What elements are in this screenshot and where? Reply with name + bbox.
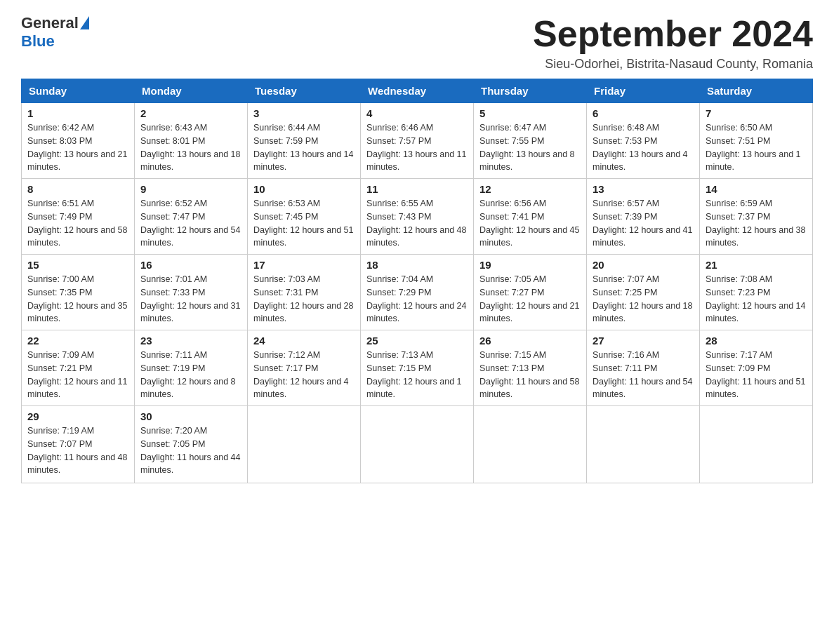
table-row: 6 Sunrise: 6:48 AMSunset: 7:53 PMDayligh… bbox=[587, 103, 700, 179]
calendar-week-row: 22 Sunrise: 7:09 AMSunset: 7:21 PMDaylig… bbox=[22, 330, 813, 406]
day-info: Sunrise: 7:01 AMSunset: 7:33 PMDaylight:… bbox=[140, 274, 240, 323]
day-number: 28 bbox=[706, 335, 807, 347]
day-info: Sunrise: 7:08 AMSunset: 7:23 PMDaylight:… bbox=[706, 274, 805, 323]
day-number: 20 bbox=[593, 259, 694, 271]
table-row: 18 Sunrise: 7:04 AMSunset: 7:29 PMDaylig… bbox=[361, 255, 474, 330]
day-info: Sunrise: 7:20 AMSunset: 7:05 PMDaylight:… bbox=[140, 426, 240, 475]
day-info: Sunrise: 7:03 AMSunset: 7:31 PMDaylight:… bbox=[253, 274, 353, 323]
table-row: 14 Sunrise: 6:59 AMSunset: 7:37 PMDaylig… bbox=[700, 179, 813, 255]
table-row bbox=[361, 406, 474, 483]
table-row: 23 Sunrise: 7:11 AMSunset: 7:19 PMDaylig… bbox=[135, 330, 248, 406]
header-monday: Monday bbox=[135, 79, 248, 103]
day-number: 26 bbox=[479, 335, 581, 347]
day-info: Sunrise: 6:44 AMSunset: 7:59 PMDaylight:… bbox=[253, 123, 353, 172]
day-info: Sunrise: 7:07 AMSunset: 7:25 PMDaylight:… bbox=[593, 274, 692, 323]
logo: General Blue bbox=[21, 14, 89, 51]
calendar-table: Sunday Monday Tuesday Wednesday Thursday… bbox=[21, 79, 813, 483]
day-number: 14 bbox=[706, 183, 807, 195]
day-number: 4 bbox=[366, 107, 468, 119]
day-info: Sunrise: 7:15 AMSunset: 7:13 PMDaylight:… bbox=[479, 350, 579, 399]
day-info: Sunrise: 7:16 AMSunset: 7:11 PMDaylight:… bbox=[593, 350, 692, 399]
table-row: 30 Sunrise: 7:20 AMSunset: 7:05 PMDaylig… bbox=[135, 406, 248, 483]
day-number: 22 bbox=[27, 335, 128, 347]
table-row: 17 Sunrise: 7:03 AMSunset: 7:31 PMDaylig… bbox=[248, 255, 361, 330]
day-number: 25 bbox=[366, 335, 468, 347]
day-number: 6 bbox=[593, 107, 694, 119]
day-info: Sunrise: 6:50 AMSunset: 7:51 PMDaylight:… bbox=[706, 123, 801, 172]
table-row: 26 Sunrise: 7:15 AMSunset: 7:13 PMDaylig… bbox=[474, 330, 587, 406]
day-number: 13 bbox=[593, 183, 694, 195]
table-row: 9 Sunrise: 6:52 AMSunset: 7:47 PMDayligh… bbox=[135, 179, 248, 255]
day-info: Sunrise: 6:51 AMSunset: 7:49 PMDaylight:… bbox=[27, 199, 127, 248]
header-tuesday: Tuesday bbox=[248, 79, 361, 103]
header-thursday: Thursday bbox=[474, 79, 587, 103]
table-row: 28 Sunrise: 7:17 AMSunset: 7:09 PMDaylig… bbox=[700, 330, 813, 406]
table-row bbox=[587, 406, 700, 483]
header-wednesday: Wednesday bbox=[361, 79, 474, 103]
table-row: 7 Sunrise: 6:50 AMSunset: 7:51 PMDayligh… bbox=[700, 103, 813, 179]
day-number: 19 bbox=[479, 259, 581, 271]
logo-arrow-icon bbox=[80, 16, 89, 29]
day-info: Sunrise: 6:42 AMSunset: 8:03 PMDaylight:… bbox=[27, 123, 127, 172]
day-info: Sunrise: 7:11 AMSunset: 7:19 PMDaylight:… bbox=[140, 350, 236, 399]
day-number: 5 bbox=[479, 107, 581, 119]
logo-blue-text: Blue bbox=[21, 32, 55, 51]
day-number: 10 bbox=[253, 183, 355, 195]
day-number: 17 bbox=[253, 259, 355, 271]
day-number: 16 bbox=[140, 259, 241, 271]
day-info: Sunrise: 6:48 AMSunset: 7:53 PMDaylight:… bbox=[593, 123, 688, 172]
day-info: Sunrise: 7:17 AMSunset: 7:09 PMDaylight:… bbox=[706, 350, 805, 399]
table-row: 15 Sunrise: 7:00 AMSunset: 7:35 PMDaylig… bbox=[22, 255, 135, 330]
calendar-week-row: 1 Sunrise: 6:42 AMSunset: 8:03 PMDayligh… bbox=[22, 103, 813, 179]
header-friday: Friday bbox=[587, 79, 700, 103]
table-row: 20 Sunrise: 7:07 AMSunset: 7:25 PMDaylig… bbox=[587, 255, 700, 330]
calendar-title: September 2024 bbox=[533, 14, 813, 54]
day-info: Sunrise: 7:19 AMSunset: 7:07 PMDaylight:… bbox=[27, 426, 127, 475]
table-row: 5 Sunrise: 6:47 AMSunset: 7:55 PMDayligh… bbox=[474, 103, 587, 179]
day-info: Sunrise: 6:59 AMSunset: 7:37 PMDaylight:… bbox=[706, 199, 805, 248]
table-row: 12 Sunrise: 6:56 AMSunset: 7:41 PMDaylig… bbox=[474, 179, 587, 255]
header-saturday: Saturday bbox=[700, 79, 813, 103]
table-row: 13 Sunrise: 6:57 AMSunset: 7:39 PMDaylig… bbox=[587, 179, 700, 255]
table-row: 11 Sunrise: 6:55 AMSunset: 7:43 PMDaylig… bbox=[361, 179, 474, 255]
calendar-header-row: Sunday Monday Tuesday Wednesday Thursday… bbox=[22, 79, 813, 103]
table-row: 21 Sunrise: 7:08 AMSunset: 7:23 PMDaylig… bbox=[700, 255, 813, 330]
calendar-week-row: 29 Sunrise: 7:19 AMSunset: 7:07 PMDaylig… bbox=[22, 406, 813, 483]
day-number: 29 bbox=[27, 410, 128, 422]
day-info: Sunrise: 6:43 AMSunset: 8:01 PMDaylight:… bbox=[140, 123, 240, 172]
table-row: 4 Sunrise: 6:46 AMSunset: 7:57 PMDayligh… bbox=[361, 103, 474, 179]
table-row: 2 Sunrise: 6:43 AMSunset: 8:01 PMDayligh… bbox=[135, 103, 248, 179]
table-row: 1 Sunrise: 6:42 AMSunset: 8:03 PMDayligh… bbox=[22, 103, 135, 179]
day-info: Sunrise: 7:13 AMSunset: 7:15 PMDaylight:… bbox=[366, 350, 462, 399]
day-number: 23 bbox=[140, 335, 241, 347]
day-number: 1 bbox=[27, 107, 128, 119]
day-info: Sunrise: 7:00 AMSunset: 7:35 PMDaylight:… bbox=[27, 274, 127, 323]
table-row: 29 Sunrise: 7:19 AMSunset: 7:07 PMDaylig… bbox=[22, 406, 135, 483]
calendar-subtitle: Sieu-Odorhei, Bistrita-Nasaud County, Ro… bbox=[533, 57, 813, 72]
table-row: 16 Sunrise: 7:01 AMSunset: 7:33 PMDaylig… bbox=[135, 255, 248, 330]
day-number: 11 bbox=[366, 183, 468, 195]
day-number: 9 bbox=[140, 183, 241, 195]
day-number: 24 bbox=[253, 335, 355, 347]
day-info: Sunrise: 7:04 AMSunset: 7:29 PMDaylight:… bbox=[366, 274, 466, 323]
day-info: Sunrise: 6:56 AMSunset: 7:41 PMDaylight:… bbox=[479, 199, 579, 248]
day-number: 12 bbox=[479, 183, 581, 195]
day-number: 2 bbox=[140, 107, 241, 119]
table-row: 24 Sunrise: 7:12 AMSunset: 7:17 PMDaylig… bbox=[248, 330, 361, 406]
table-row: 10 Sunrise: 6:53 AMSunset: 7:45 PMDaylig… bbox=[248, 179, 361, 255]
day-number: 30 bbox=[140, 410, 241, 422]
day-info: Sunrise: 6:53 AMSunset: 7:45 PMDaylight:… bbox=[253, 199, 353, 248]
calendar-week-row: 8 Sunrise: 6:51 AMSunset: 7:49 PMDayligh… bbox=[22, 179, 813, 255]
page-header: General Blue September 2024 Sieu-Odorhei… bbox=[21, 14, 813, 72]
day-info: Sunrise: 6:47 AMSunset: 7:55 PMDaylight:… bbox=[479, 123, 575, 172]
day-number: 21 bbox=[706, 259, 807, 271]
table-row bbox=[248, 406, 361, 483]
calendar-title-block: September 2024 Sieu-Odorhei, Bistrita-Na… bbox=[533, 14, 813, 72]
day-info: Sunrise: 6:46 AMSunset: 7:57 PMDaylight:… bbox=[366, 123, 466, 172]
table-row: 22 Sunrise: 7:09 AMSunset: 7:21 PMDaylig… bbox=[22, 330, 135, 406]
day-number: 18 bbox=[366, 259, 468, 271]
calendar-week-row: 15 Sunrise: 7:00 AMSunset: 7:35 PMDaylig… bbox=[22, 255, 813, 330]
day-info: Sunrise: 7:09 AMSunset: 7:21 PMDaylight:… bbox=[27, 350, 127, 399]
day-number: 7 bbox=[706, 107, 807, 119]
table-row: 3 Sunrise: 6:44 AMSunset: 7:59 PMDayligh… bbox=[248, 103, 361, 179]
